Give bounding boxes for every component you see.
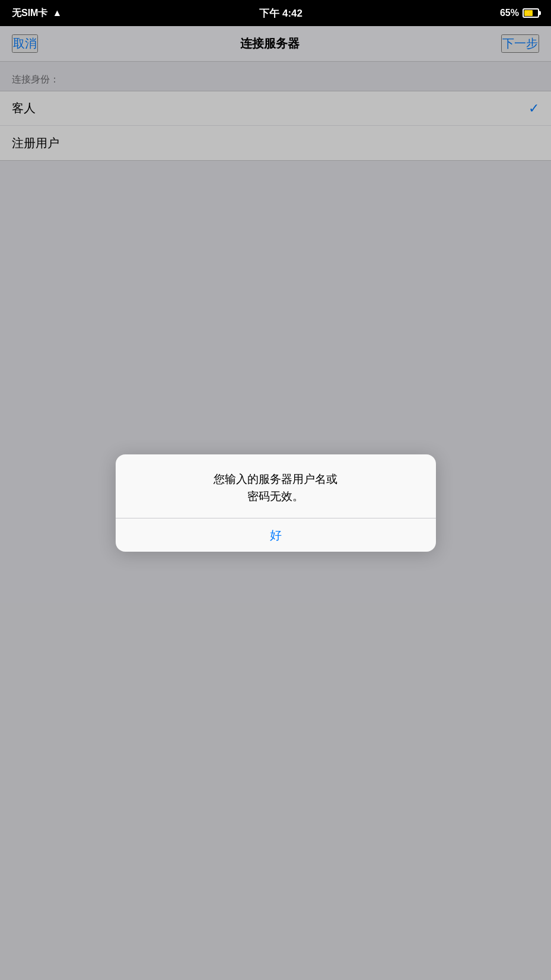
carrier-label: 无SIM卡 — [12, 7, 47, 20]
lightning-icon: ⚡ — [525, 11, 531, 16]
status-left: 无SIM卡 ▲︎ — [12, 7, 62, 20]
alert-message: 您输入的服务器用户名或密码无效。 — [133, 471, 418, 505]
alert-buttons: 好 — [116, 518, 436, 552]
alert-box: 您输入的服务器用户名或密码无效。 好 — [116, 454, 436, 552]
alert-content: 您输入的服务器用户名或密码无效。 — [116, 454, 436, 518]
status-time: 下午 4:42 — [259, 7, 302, 20]
alert-overlay: 您输入的服务器用户名或密码无效。 好 — [0, 26, 551, 980]
battery-percent: 65% — [500, 8, 519, 18]
status-right: 65% ⚡ — [500, 8, 539, 18]
status-bar: 无SIM卡 ▲︎ 下午 4:42 65% ⚡ — [0, 0, 551, 26]
app-container: 取消 连接服务器 下一步 连接身份： 客人 ✓ 注册用户 您输入的服务器用户名或… — [0, 26, 551, 980]
wifi-icon: ▲︎ — [52, 8, 62, 18]
battery-icon: ⚡ — [523, 8, 539, 18]
alert-confirm-button[interactable]: 好 — [116, 518, 436, 552]
